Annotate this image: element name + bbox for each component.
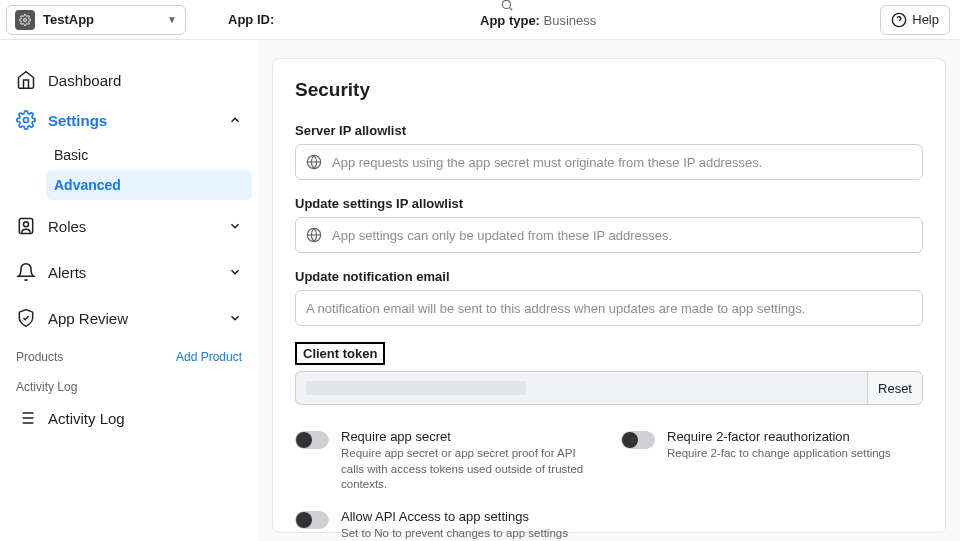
sidebar-subitem-basic[interactable]: Basic	[46, 140, 252, 170]
sidebar-item-alerts[interactable]: Alerts	[6, 252, 252, 292]
token-mask	[306, 381, 526, 395]
help-icon	[891, 12, 907, 28]
chevron-down-icon	[228, 265, 242, 279]
app-id-label: App ID:	[228, 12, 274, 27]
svg-point-7	[24, 222, 29, 227]
sidebar-item-label: Dashboard	[48, 72, 121, 89]
chevron-down-icon	[228, 219, 242, 233]
client-token-label: Client token	[295, 342, 385, 365]
notify-email-label: Update notification email	[295, 269, 923, 284]
sidebar-item-activity-log[interactable]: Activity Log	[6, 398, 252, 438]
app-name: TestApp	[43, 12, 94, 27]
update-ip-input[interactable]: App settings can only be updated from th…	[295, 217, 923, 253]
globe-icon	[306, 154, 322, 170]
user-badge-icon	[16, 216, 36, 236]
shield-check-icon	[16, 308, 36, 328]
sidebar-item-label: Alerts	[48, 264, 86, 281]
help-button[interactable]: Help	[880, 5, 950, 35]
notify-email-placeholder: A notification email will be sent to thi…	[306, 301, 805, 316]
toggle-require-app-secret: Require app secret Require app secret or…	[295, 429, 597, 493]
toggle-desc: Require app secret or app secret proof f…	[341, 446, 597, 493]
toggle-switch[interactable]	[621, 431, 655, 449]
sidebar-item-label: App Review	[48, 310, 128, 327]
toggle-title: Require app secret	[341, 429, 597, 444]
activity-log-section-label: Activity Log	[6, 368, 252, 398]
notify-email-input[interactable]: A notification email will be sent to thi…	[295, 290, 923, 326]
update-ip-label: Update settings IP allowlist	[295, 196, 923, 211]
app-icon	[15, 10, 35, 30]
reset-button[interactable]: Reset	[867, 371, 923, 405]
sidebar-item-label: Roles	[48, 218, 86, 235]
sidebar-item-label: Settings	[48, 112, 107, 129]
home-icon	[16, 70, 36, 90]
app-selector[interactable]: TestApp ▼	[6, 5, 186, 35]
toggle-desc: Set to No to prevent changes to app sett…	[341, 526, 597, 541]
server-ip-label: Server IP allowlist	[295, 123, 923, 138]
toggle-title: Allow API Access to app settings	[341, 509, 597, 524]
toggle-require-2fa: Require 2-factor reauthorization Require…	[621, 429, 923, 493]
server-ip-input[interactable]: App requests using the app secret must o…	[295, 144, 923, 180]
toggle-allow-api: Allow API Access to app settings Set to …	[295, 509, 597, 541]
svg-line-2	[510, 8, 513, 11]
globe-icon	[306, 227, 322, 243]
app-type: App type: Business	[480, 12, 596, 27]
toggle-switch[interactable]	[295, 431, 329, 449]
page-title: Security	[295, 79, 923, 101]
server-ip-placeholder: App requests using the app secret must o…	[332, 155, 762, 170]
list-icon	[16, 408, 36, 428]
app-type-label: App type:	[480, 12, 540, 27]
toggle-title: Require 2-factor reauthorization	[667, 429, 891, 444]
main-content: Security Server IP allowlist App request…	[258, 40, 960, 541]
chevron-down-icon	[228, 311, 242, 325]
add-product-link[interactable]: Add Product	[176, 350, 242, 364]
sidebar-item-dashboard[interactable]: Dashboard	[6, 60, 252, 100]
bell-icon	[16, 262, 36, 282]
sidebar-item-settings[interactable]: Settings	[6, 100, 252, 140]
toggle-desc: Require 2-fac to change application sett…	[667, 446, 891, 462]
caret-down-icon: ▼	[167, 14, 177, 25]
app-type-value: Business	[544, 12, 597, 27]
gear-icon	[16, 110, 36, 130]
update-ip-placeholder: App settings can only be updated from th…	[332, 228, 672, 243]
search-icon[interactable]	[500, 0, 514, 12]
sidebar: Dashboard Settings Basic Advanced Roles …	[0, 40, 258, 541]
sidebar-item-roles[interactable]: Roles	[6, 206, 252, 246]
client-token-field[interactable]	[295, 371, 867, 405]
toggle-switch[interactable]	[295, 511, 329, 529]
sidebar-subitem-advanced[interactable]: Advanced	[46, 170, 252, 200]
sidebar-item-app-review[interactable]: App Review	[6, 298, 252, 338]
help-label: Help	[912, 12, 939, 27]
chevron-up-icon	[228, 113, 242, 127]
products-label: Products	[16, 350, 63, 364]
svg-point-5	[24, 118, 29, 123]
svg-point-1	[502, 0, 510, 8]
svg-point-0	[24, 18, 27, 21]
sidebar-item-label: Activity Log	[48, 410, 125, 427]
